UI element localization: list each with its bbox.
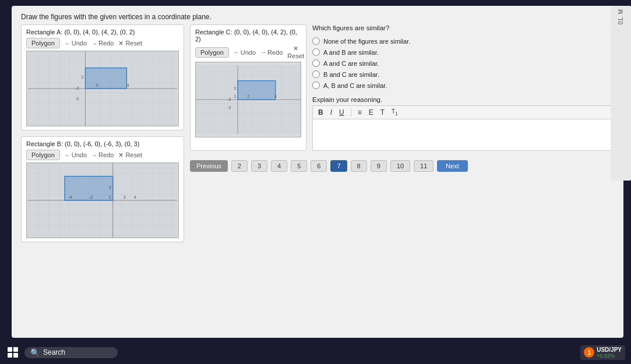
right-panel: Rectangle C: (0, 0), (4, 0), (4, 2), (0,… [190,24,614,331]
rect-c-undo-btn[interactable]: ← Undo [234,49,256,56]
svg-text:3: 3 [234,86,236,91]
rect-b-canvas[interactable]: -2 -4 3 1 2 4 [26,162,179,238]
search-bar[interactable]: 🔍 Search [24,347,118,358]
taskbar: 🔍 Search 1 USD/JPY +0.52% [0,341,631,364]
search-icon: 🔍 [30,348,40,357]
page-btn-2[interactable]: 2 [231,160,248,172]
main-content: Draw the figures with the given vertices… [12,6,623,338]
page-btn-11[interactable]: 11 [414,160,433,172]
page-btn-3[interactable]: 3 [251,160,267,172]
page-btn-5[interactable]: 5 [291,160,307,172]
ticker-icon: 1 [584,347,594,358]
svg-text:2: 2 [81,75,83,80]
page-btn-4[interactable]: 4 [271,160,287,172]
search-label: Search [43,348,65,356]
rectangle-b-section: Rectangle B: (0, 0), (-6, 0), (-6, 3), (… [21,136,184,242]
toolbar-divider [351,108,351,116]
explain-section: Explain your reasoning. B I U ≡ E T T1 [312,96,614,151]
svg-text:-4: -4 [68,195,73,200]
left-panel: Rectangle A: (0, 0), (4, 0), (4, 2), (0,… [21,24,184,331]
rect-a-toolbar: Polygon ← Undo → Redo ✕ Reset [26,38,179,48]
rectangle-c-section: Rectangle C: (0, 0), (4, 0), (4, 2), (0,… [190,24,306,151]
italic-btn[interactable]: I [329,108,334,117]
radio-option-4[interactable]: A, B and C are similar. [312,82,614,89]
svg-text:1: 1 [234,94,236,99]
radio-ac[interactable] [312,59,320,67]
svg-text:4: 4 [126,83,129,88]
rect-b-polygon-btn[interactable]: Polygon [26,150,60,160]
radio-option-3[interactable]: B and C are similar. [312,70,614,78]
instructions: Draw the figures with the given vertices… [21,13,614,21]
side-panel: M 01. [611,6,631,181]
svg-text:4: 4 [133,195,136,200]
bold-btn[interactable]: B [316,108,325,117]
page-btn-6[interactable]: 6 [311,160,327,172]
rect-c-polygon-btn[interactable]: Polygon [195,47,229,58]
radio-bc[interactable] [312,70,320,78]
rect-c-toolbar: Polygon ← Undo → Redo ✕ Reset [195,45,301,59]
rectangle-a-section: Rectangle A: (0, 0), (4, 0), (4, 2), (0,… [21,24,184,130]
page-btn-8[interactable]: 8 [351,160,367,172]
rect-a-redo-btn[interactable]: → Redo [91,40,114,47]
svg-rect-4 [85,68,126,89]
rect-b-title: Rectangle B: (0, 0), (-6, 0), (-6, 3), (… [26,140,179,147]
rect-c-reset-btn[interactable]: ✕ Reset [287,45,304,59]
svg-text:-2: -2 [75,86,79,91]
radio-option-2[interactable]: A and C are similar. [312,59,614,67]
redo-arrow-icon: → [91,40,97,47]
windows-icon[interactable] [6,345,20,359]
similar-section: Which figures are similar? None of the f… [312,24,614,151]
redo-arrow-icon-b: → [91,152,97,158]
next-btn[interactable]: Next [437,160,468,172]
rect-a-reset-btn[interactable]: ✕ Reset [118,40,142,47]
rect-b-undo-btn[interactable]: ← Undo [65,151,87,158]
radio-abc[interactable] [312,82,320,89]
ticker-widget[interactable]: 1 USD/JPY +0.52% [580,345,625,360]
rect-a-polygon-btn[interactable]: Polygon [26,38,60,48]
svg-text:-2: -2 [227,97,231,102]
rect-a-undo-btn[interactable]: ← Undo [65,40,87,47]
undo-arrow-icon-c: ← [234,49,239,55]
page-btn-9[interactable]: 9 [371,160,387,172]
bottom-navigation: Previous 2 3 4 5 6 7 8 9 10 11 Next [190,157,614,173]
prev-btn[interactable]: Previous [190,160,228,172]
radio-label-1: A and B are similar. [323,49,379,56]
rect-c-canvas[interactable]: 2 4 3 1 -2 -2 [195,62,301,137]
reset-x-icon-c: ✕ [293,45,298,52]
svg-rect-25 [238,81,276,100]
windows-start[interactable] [6,345,20,359]
ticker-info: USD/JPY +0.52% [597,347,622,359]
text-format-toolbar: B I U ≡ E T T1 [312,105,614,119]
explain-label: Explain your reasoning. [312,96,614,103]
undo-arrow-icon: ← [65,40,70,47]
radio-ab[interactable] [312,48,320,56]
format-btn-t1[interactable]: T [379,108,386,117]
radio-label-0: None of the figures are similar. [323,38,410,45]
svg-text:2: 2 [96,83,98,88]
rect-c-redo-btn[interactable]: → Redo [260,49,283,56]
page-btn-7[interactable]: 7 [330,160,347,172]
rect-b-redo-btn[interactable]: → Redo [91,151,114,158]
radio-label-3: B and C are similar. [323,71,379,78]
svg-text:-2: -2 [89,195,93,200]
radio-option-0[interactable]: None of the figures are similar. [312,37,614,45]
svg-text:2: 2 [247,94,249,99]
radio-label-2: A and C are similar. [323,60,379,67]
list-btn-2[interactable]: E [367,108,375,117]
rect-b-toolbar: Polygon ← Undo → Redo ✕ Reset [26,150,179,160]
list-btn-1[interactable]: ≡ [356,108,364,117]
similar-question: Which figures are similar? [312,24,614,31]
page-btn-10[interactable]: 10 [390,160,410,172]
rect-b-reset-btn[interactable]: ✕ Reset [118,151,142,159]
svg-text:4: 4 [274,94,277,99]
radio-label-4: A, B and C are similar. [323,82,387,89]
undo-arrow-icon-b: ← [65,152,70,158]
explain-textarea[interactable] [312,119,614,151]
side-label-01: 01. [618,16,624,24]
underline-btn[interactable]: U [337,108,346,117]
rect-a-title: Rectangle A: (0, 0), (4, 0), (4, 2), (0,… [26,29,179,36]
rect-a-canvas[interactable]: 2 4 2 -2 -2 [26,51,179,126]
radio-none[interactable] [312,37,320,45]
radio-option-1[interactable]: A and B are similar. [312,48,614,56]
format-btn-t2[interactable]: T1 [390,108,400,117]
